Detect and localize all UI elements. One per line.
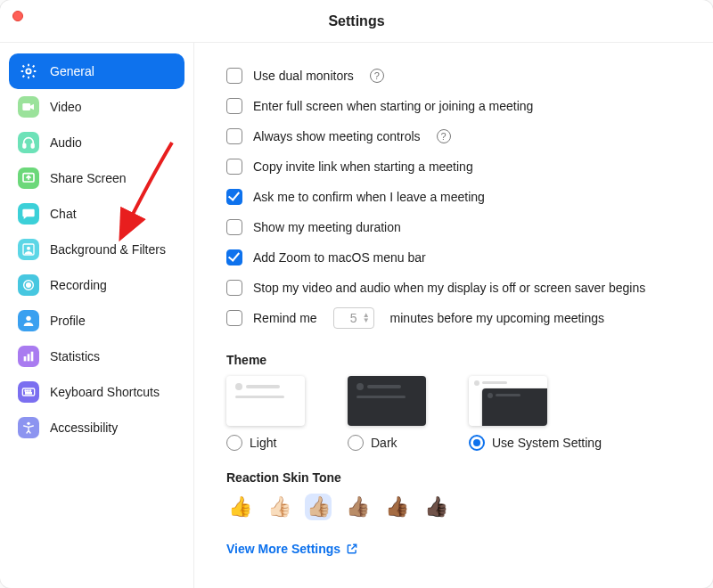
skin-tone-picker: 👍 👍🏻 👍🏼 👍🏽 👍🏾 👍🏿 <box>226 494 688 520</box>
sidebar-item-statistics[interactable]: Statistics <box>9 339 184 374</box>
sidebar-item-audio[interactable]: Audio <box>9 125 184 160</box>
sidebar-item-recording[interactable]: Recording <box>9 267 184 303</box>
sidebar-item-profile[interactable]: Profile <box>9 303 184 339</box>
opt-confirm-leave[interactable]: Ask me to confirm when I leave a meeting <box>226 182 688 212</box>
checkbox[interactable] <box>226 280 242 296</box>
help-icon[interactable]: ? <box>437 129 451 143</box>
view-more-link[interactable]: View More Settings <box>226 542 358 556</box>
external-link-icon <box>346 543 358 555</box>
opt-label: Always show meeting controls <box>253 129 421 143</box>
skintone-heading: Reaction Skin Tone <box>226 470 688 485</box>
theme-light[interactable]: Light <box>226 376 305 451</box>
tone-medium[interactable]: 👍🏽 <box>344 494 371 520</box>
svg-point-14 <box>25 390 26 391</box>
opt-label: Copy invite link when starting a meeting <box>253 159 473 174</box>
main-panel: Use dual monitors ? Enter full screen wh… <box>194 43 713 588</box>
sidebar-item-video[interactable]: Video <box>9 89 184 125</box>
svg-point-18 <box>27 422 29 425</box>
svg-rect-10 <box>24 356 27 361</box>
opt-stopvideo[interactable]: Stop my video and audio when my display … <box>226 273 688 303</box>
theme-heading: Theme <box>226 353 688 367</box>
checkbox[interactable] <box>226 310 242 326</box>
background-icon <box>18 239 39 260</box>
remind-minutes-input[interactable]: 5 ▲▼ <box>333 307 374 329</box>
sidebar-item-accessibility[interactable]: Accessibility <box>9 410 184 445</box>
sidebar-item-label: Accessibility <box>50 421 118 435</box>
theme-light-thumb <box>226 376 305 426</box>
theme-label: Dark <box>371 436 397 450</box>
opt-controls[interactable]: Always show meeting controls ? <box>226 121 688 151</box>
opt-label: Remind me <box>253 311 317 325</box>
opt-dual-monitors[interactable]: Use dual monitors ? <box>226 61 688 91</box>
checkbox[interactable] <box>226 98 242 114</box>
chat-icon <box>18 203 39 225</box>
checkbox[interactable] <box>226 189 242 205</box>
titlebar: Settings <box>0 0 713 43</box>
opt-copylink[interactable]: Copy invite link when starting a meeting <box>226 151 688 182</box>
sidebar-item-label: Background & Filters <box>50 242 166 257</box>
svg-rect-3 <box>31 143 34 148</box>
settings-window: Settings General Video Audio <box>0 0 713 588</box>
sidebar-item-label: General <box>50 64 94 78</box>
opt-fullscreen[interactable]: Enter full screen when starting or joini… <box>226 91 688 121</box>
svg-point-6 <box>27 247 30 250</box>
sidebar-item-share[interactable]: Share Screen <box>9 160 184 196</box>
theme-dark[interactable]: Dark <box>348 376 426 451</box>
opt-label: Enter full screen when starting or joini… <box>253 99 533 113</box>
svg-point-15 <box>28 390 29 391</box>
sidebar-item-general[interactable]: General <box>9 53 184 89</box>
accessibility-icon <box>18 417 39 438</box>
record-icon <box>18 274 39 296</box>
svg-rect-12 <box>31 352 34 362</box>
sidebar-item-label: Audio <box>50 135 82 150</box>
profile-icon <box>18 310 39 331</box>
checkbox[interactable] <box>226 159 242 175</box>
opt-label: Use dual monitors <box>253 69 354 83</box>
sidebar-item-label: Share Screen <box>50 171 127 185</box>
svg-point-8 <box>27 283 31 288</box>
theme-label: Use System Setting <box>492 436 602 450</box>
svg-point-16 <box>29 390 30 391</box>
sidebar-item-chat[interactable]: Chat <box>9 196 184 232</box>
opt-duration[interactable]: Show my meeting duration <box>226 212 688 242</box>
opt-label: Stop my video and audio when my display … <box>253 281 645 295</box>
radio[interactable] <box>348 435 364 451</box>
tone-light[interactable]: 👍🏻 <box>266 494 292 520</box>
share-screen-icon <box>18 167 39 189</box>
video-icon <box>18 96 39 118</box>
tone-dark[interactable]: 👍🏿 <box>422 494 449 520</box>
tone-default[interactable]: 👍 <box>226 494 253 520</box>
checkbox[interactable] <box>226 219 242 235</box>
sidebar-item-label: Profile <box>50 314 86 328</box>
radio[interactable] <box>469 435 485 451</box>
sidebar: General Video Audio Share Screen <box>0 43 194 588</box>
sidebar-item-background[interactable]: Background & Filters <box>9 232 184 267</box>
checkbox[interactable] <box>226 249 242 265</box>
sidebar-item-label: Chat <box>50 207 77 221</box>
sidebar-item-label: Statistics <box>50 349 100 363</box>
close-icon[interactable] <box>12 11 23 21</box>
theme-label: Light <box>250 436 276 450</box>
svg-point-9 <box>26 316 30 321</box>
checkbox[interactable] <box>226 128 242 144</box>
opt-menubar[interactable]: Add Zoom to macOS menu bar <box>226 242 688 273</box>
radio[interactable] <box>226 435 242 451</box>
svg-point-0 <box>26 69 30 73</box>
sidebar-item-label: Keyboard Shortcuts <box>50 385 160 399</box>
sidebar-item-keyboard[interactable]: Keyboard Shortcuts <box>9 374 184 410</box>
opt-label: Add Zoom to macOS menu bar <box>253 250 426 265</box>
sidebar-item-label: Recording <box>50 278 107 292</box>
theme-system-thumb <box>469 376 547 426</box>
sidebar-item-label: Video <box>50 100 82 114</box>
opt-label: Show my meeting duration <box>253 220 401 234</box>
gear-icon <box>18 61 39 82</box>
page-title: Settings <box>0 13 713 29</box>
checkbox[interactable] <box>226 68 242 84</box>
tone-medium-light[interactable]: 👍🏼 <box>305 494 332 520</box>
opt-remind[interactable]: Remind me 5 ▲▼ minutes before my upcomin… <box>226 303 688 333</box>
stepper-icon: ▲▼ <box>363 313 370 323</box>
help-icon[interactable]: ? <box>370 69 384 83</box>
tone-medium-dark[interactable]: 👍🏾 <box>383 494 410 520</box>
theme-system[interactable]: Use System Setting <box>469 376 602 451</box>
body: General Video Audio Share Screen <box>0 43 713 588</box>
